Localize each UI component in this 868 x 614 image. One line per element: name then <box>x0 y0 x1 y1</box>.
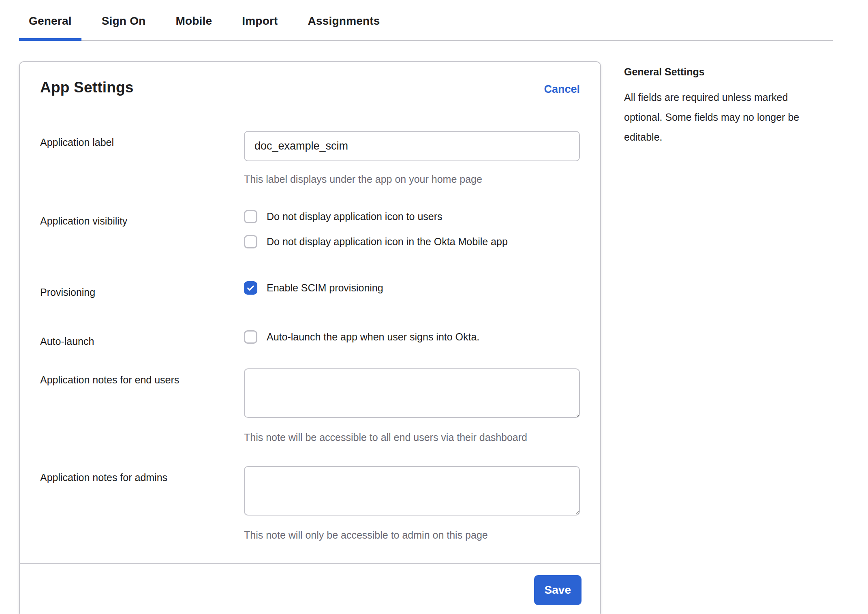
cancel-link[interactable]: Cancel <box>544 83 580 96</box>
auto-launch-label: Auto-launch <box>40 330 244 347</box>
notes-end-users-textarea[interactable] <box>244 368 580 418</box>
application-visibility-label: Application visibility <box>40 210 244 248</box>
app-tabs: General Sign On Mobile Import Assignment… <box>19 0 833 41</box>
tab-sign-on[interactable]: Sign On <box>92 7 156 40</box>
provisioning-row: Provisioning Enable SCIM provisioning <box>40 281 580 298</box>
application-label-input[interactable] <box>244 131 580 161</box>
visibility-users-option[interactable]: Do not display application icon to users <box>244 210 580 223</box>
visibility-mobile-label: Do not display application icon in the O… <box>267 235 508 248</box>
auto-launch-option-label: Auto-launch the app when user signs into… <box>267 330 479 343</box>
help-panel-description: All fields are required unless marked op… <box>624 88 811 147</box>
general-settings-help-panel: General Settings All fields are required… <box>624 66 811 147</box>
tab-general[interactable]: General <box>19 7 81 40</box>
enable-scim-option[interactable]: Enable SCIM provisioning <box>244 281 580 295</box>
auto-launch-row: Auto-launch Auto-launch the app when use… <box>40 330 580 347</box>
tab-mobile[interactable]: Mobile <box>166 7 222 40</box>
application-label-row: Application label This label displays un… <box>40 131 580 185</box>
application-visibility-row: Application visibility Do not display ap… <box>40 210 580 248</box>
checkbox-hide-icon-users[interactable] <box>244 210 257 223</box>
checkbox-auto-launch[interactable] <box>244 330 257 344</box>
visibility-mobile-option[interactable]: Do not display application icon in the O… <box>244 235 580 248</box>
visibility-users-label: Do not display application icon to users <box>267 210 443 222</box>
notes-admins-label: Application notes for admins <box>40 466 244 541</box>
enable-scim-label: Enable SCIM provisioning <box>267 281 383 294</box>
notes-admins-row: Application notes for admins This note w… <box>40 466 580 541</box>
application-label-label: Application label <box>40 131 244 185</box>
app-settings-card: App Settings Cancel Application label Th… <box>19 61 601 614</box>
notes-end-users-help: This note will be accessible to all end … <box>244 432 580 443</box>
application-label-help: This label displays under the app on you… <box>244 173 580 185</box>
provisioning-label: Provisioning <box>40 281 244 298</box>
notes-admins-textarea[interactable] <box>244 466 580 516</box>
checkbox-enable-scim[interactable] <box>244 281 257 295</box>
help-panel-title: General Settings <box>624 66 811 78</box>
notes-end-users-label: Application notes for end users <box>40 368 244 443</box>
tab-import[interactable]: Import <box>232 7 287 40</box>
checkmark-icon <box>246 283 255 293</box>
card-footer: Save <box>20 563 600 614</box>
auto-launch-option[interactable]: Auto-launch the app when user signs into… <box>244 330 580 344</box>
tab-assignments[interactable]: Assignments <box>298 7 390 40</box>
save-button[interactable]: Save <box>534 575 582 605</box>
notes-end-users-row: Application notes for end users This not… <box>40 368 580 443</box>
card-title: App Settings <box>40 79 134 96</box>
notes-admins-help: This note will only be accessible to adm… <box>244 529 580 541</box>
checkbox-hide-icon-mobile[interactable] <box>244 235 257 248</box>
